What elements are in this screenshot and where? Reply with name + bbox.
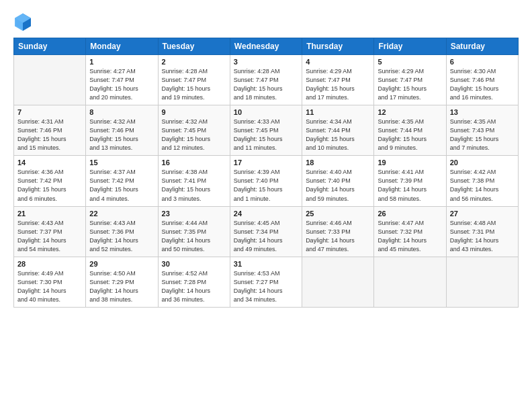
day-cell: 7Sunrise: 4:31 AM Sunset: 7:46 PM Daylig… xyxy=(14,105,86,156)
day-cell: 21Sunrise: 4:43 AM Sunset: 7:37 PM Dayli… xyxy=(14,206,86,257)
day-number: 24 xyxy=(234,210,298,218)
day-cell: 27Sunrise: 4:48 AM Sunset: 7:31 PM Dayli… xyxy=(446,206,518,257)
day-cell: 3Sunrise: 4:28 AM Sunset: 7:47 PM Daylig… xyxy=(230,55,302,105)
day-detail: Sunrise: 4:48 AM Sunset: 7:31 PM Dayligh… xyxy=(450,219,515,254)
day-cell: 30Sunrise: 4:52 AM Sunset: 7:28 PM Dayli… xyxy=(158,257,230,307)
day-number: 26 xyxy=(378,210,442,218)
day-cell xyxy=(14,55,86,105)
day-detail: Sunrise: 4:32 AM Sunset: 7:46 PM Dayligh… xyxy=(89,118,154,152)
day-cell: 15Sunrise: 4:37 AM Sunset: 7:42 PM Dayli… xyxy=(86,156,158,206)
day-detail: Sunrise: 4:42 AM Sunset: 7:38 PM Dayligh… xyxy=(450,168,515,203)
header-cell-thursday: Thursday xyxy=(302,38,374,55)
calendar-table: SundayMondayTuesdayWednesdayThursdayFrid… xyxy=(13,38,519,308)
day-number: 25 xyxy=(306,210,370,218)
day-number: 23 xyxy=(162,210,226,218)
day-detail: Sunrise: 4:35 AM Sunset: 7:43 PM Dayligh… xyxy=(450,118,515,152)
day-number: 7 xyxy=(17,108,82,116)
week-row-1: 1Sunrise: 4:27 AM Sunset: 7:47 PM Daylig… xyxy=(14,55,519,105)
day-cell: 16Sunrise: 4:38 AM Sunset: 7:41 PM Dayli… xyxy=(158,156,230,206)
week-row-4: 21Sunrise: 4:43 AM Sunset: 7:37 PM Dayli… xyxy=(14,206,519,257)
day-cell: 10Sunrise: 4:33 AM Sunset: 7:45 PM Dayli… xyxy=(230,105,302,156)
day-number: 18 xyxy=(306,158,370,167)
day-number: 8 xyxy=(89,108,154,116)
day-cell: 9Sunrise: 4:32 AM Sunset: 7:45 PM Daylig… xyxy=(158,105,230,156)
day-number: 16 xyxy=(162,158,226,167)
day-detail: Sunrise: 4:28 AM Sunset: 7:47 PM Dayligh… xyxy=(162,67,226,102)
day-number: 17 xyxy=(234,158,298,167)
day-cell: 11Sunrise: 4:34 AM Sunset: 7:44 PM Dayli… xyxy=(302,105,374,156)
day-detail: Sunrise: 4:35 AM Sunset: 7:44 PM Dayligh… xyxy=(378,118,442,152)
day-number: 4 xyxy=(306,58,370,66)
day-cell: 4Sunrise: 4:29 AM Sunset: 7:47 PM Daylig… xyxy=(302,55,374,105)
header-row: SundayMondayTuesdayWednesdayThursdayFrid… xyxy=(14,38,519,55)
day-detail: Sunrise: 4:30 AM Sunset: 7:46 PM Dayligh… xyxy=(450,67,515,102)
day-detail: Sunrise: 4:37 AM Sunset: 7:42 PM Dayligh… xyxy=(89,168,154,203)
day-number: 14 xyxy=(17,158,82,167)
header-cell-tuesday: Tuesday xyxy=(158,38,230,55)
day-number: 21 xyxy=(17,210,82,218)
day-detail: Sunrise: 4:38 AM Sunset: 7:41 PM Dayligh… xyxy=(162,168,226,203)
day-cell: 26Sunrise: 4:47 AM Sunset: 7:32 PM Dayli… xyxy=(374,206,446,257)
day-detail: Sunrise: 4:32 AM Sunset: 7:45 PM Dayligh… xyxy=(162,118,226,152)
day-detail: Sunrise: 4:34 AM Sunset: 7:44 PM Dayligh… xyxy=(306,118,370,152)
day-detail: Sunrise: 4:50 AM Sunset: 7:29 PM Dayligh… xyxy=(89,269,154,304)
day-cell: 22Sunrise: 4:43 AM Sunset: 7:36 PM Dayli… xyxy=(86,206,158,257)
day-cell: 8Sunrise: 4:32 AM Sunset: 7:46 PM Daylig… xyxy=(86,105,158,156)
day-detail: Sunrise: 4:36 AM Sunset: 7:42 PM Dayligh… xyxy=(17,168,82,203)
week-row-2: 7Sunrise: 4:31 AM Sunset: 7:46 PM Daylig… xyxy=(14,105,519,156)
day-number: 5 xyxy=(378,58,442,66)
day-cell: 23Sunrise: 4:44 AM Sunset: 7:35 PM Dayli… xyxy=(158,206,230,257)
day-cell xyxy=(302,257,374,307)
header-cell-monday: Monday xyxy=(86,38,158,55)
day-cell: 12Sunrise: 4:35 AM Sunset: 7:44 PM Dayli… xyxy=(374,105,446,156)
day-cell: 18Sunrise: 4:40 AM Sunset: 7:40 PM Dayli… xyxy=(302,156,374,206)
day-cell: 24Sunrise: 4:45 AM Sunset: 7:34 PM Dayli… xyxy=(230,206,302,257)
day-number: 31 xyxy=(234,260,298,268)
day-detail: Sunrise: 4:29 AM Sunset: 7:47 PM Dayligh… xyxy=(378,67,442,102)
page: SundayMondayTuesdayWednesdayThursdayFrid… xyxy=(0,0,532,411)
day-number: 9 xyxy=(162,108,226,116)
day-number: 29 xyxy=(89,260,154,268)
day-detail: Sunrise: 4:39 AM Sunset: 7:40 PM Dayligh… xyxy=(234,168,298,203)
day-cell xyxy=(374,257,446,307)
day-number: 2 xyxy=(162,58,226,66)
day-number: 28 xyxy=(17,260,82,268)
day-detail: Sunrise: 4:29 AM Sunset: 7:47 PM Dayligh… xyxy=(306,67,370,102)
day-cell: 31Sunrise: 4:53 AM Sunset: 7:27 PM Dayli… xyxy=(230,257,302,307)
day-detail: Sunrise: 4:41 AM Sunset: 7:39 PM Dayligh… xyxy=(378,168,442,203)
day-detail: Sunrise: 4:44 AM Sunset: 7:35 PM Dayligh… xyxy=(162,219,226,254)
day-number: 11 xyxy=(306,108,370,116)
day-cell: 5Sunrise: 4:29 AM Sunset: 7:47 PM Daylig… xyxy=(374,55,446,105)
day-detail: Sunrise: 4:33 AM Sunset: 7:45 PM Dayligh… xyxy=(234,118,298,152)
day-cell: 6Sunrise: 4:30 AM Sunset: 7:46 PM Daylig… xyxy=(446,55,518,105)
day-cell: 14Sunrise: 4:36 AM Sunset: 7:42 PM Dayli… xyxy=(14,156,86,206)
day-cell: 2Sunrise: 4:28 AM Sunset: 7:47 PM Daylig… xyxy=(158,55,230,105)
day-cell: 1Sunrise: 4:27 AM Sunset: 7:47 PM Daylig… xyxy=(86,55,158,105)
day-detail: Sunrise: 4:46 AM Sunset: 7:33 PM Dayligh… xyxy=(306,219,370,254)
logo-icon xyxy=(13,12,32,31)
day-cell: 17Sunrise: 4:39 AM Sunset: 7:40 PM Dayli… xyxy=(230,156,302,206)
calendar-body: 1Sunrise: 4:27 AM Sunset: 7:47 PM Daylig… xyxy=(14,55,519,308)
day-cell: 20Sunrise: 4:42 AM Sunset: 7:38 PM Dayli… xyxy=(446,156,518,206)
day-cell xyxy=(446,257,518,307)
day-cell: 28Sunrise: 4:49 AM Sunset: 7:30 PM Dayli… xyxy=(14,257,86,307)
day-number: 22 xyxy=(89,210,154,218)
day-number: 20 xyxy=(450,158,515,167)
day-detail: Sunrise: 4:28 AM Sunset: 7:47 PM Dayligh… xyxy=(234,67,298,102)
day-detail: Sunrise: 4:47 AM Sunset: 7:32 PM Dayligh… xyxy=(378,219,442,254)
day-cell: 25Sunrise: 4:46 AM Sunset: 7:33 PM Dayli… xyxy=(302,206,374,257)
day-detail: Sunrise: 4:31 AM Sunset: 7:46 PM Dayligh… xyxy=(17,118,82,152)
day-number: 3 xyxy=(234,58,298,66)
day-number: 15 xyxy=(89,158,154,167)
header-cell-wednesday: Wednesday xyxy=(230,38,302,55)
day-number: 6 xyxy=(450,58,515,66)
day-detail: Sunrise: 4:49 AM Sunset: 7:30 PM Dayligh… xyxy=(17,269,82,304)
calendar-header: SundayMondayTuesdayWednesdayThursdayFrid… xyxy=(14,38,519,55)
day-detail: Sunrise: 4:43 AM Sunset: 7:37 PM Dayligh… xyxy=(17,219,82,254)
day-detail: Sunrise: 4:27 AM Sunset: 7:47 PM Dayligh… xyxy=(89,67,154,102)
day-number: 12 xyxy=(378,108,442,116)
day-detail: Sunrise: 4:53 AM Sunset: 7:27 PM Dayligh… xyxy=(234,269,298,304)
day-number: 1 xyxy=(89,58,154,66)
week-row-5: 28Sunrise: 4:49 AM Sunset: 7:30 PM Dayli… xyxy=(14,257,519,307)
day-number: 30 xyxy=(162,260,226,268)
